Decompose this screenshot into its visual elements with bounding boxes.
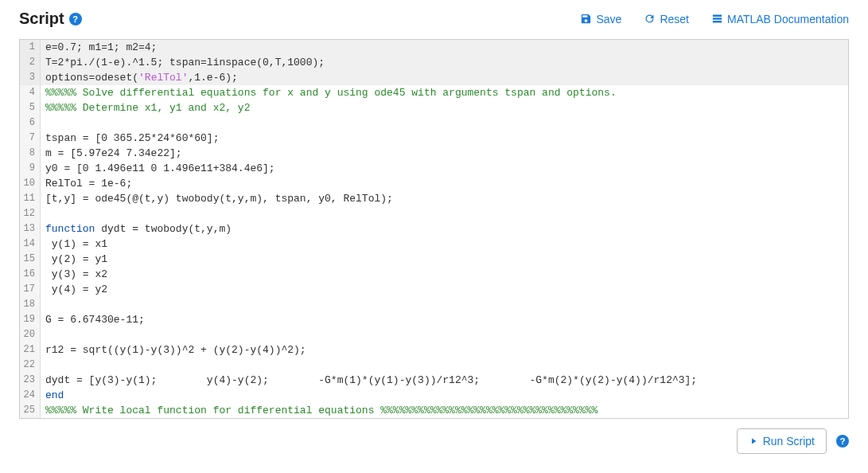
- code-line[interactable]: 22: [20, 358, 848, 373]
- code-line[interactable]: 24end: [20, 388, 848, 403]
- line-number: 6: [20, 115, 41, 131]
- code-content[interactable]: [t,y] = ode45(@(t,y) twobody(t,y,m), tsp…: [41, 191, 848, 206]
- code-line[interactable]: 10RelTol = 1e-6;: [20, 176, 848, 191]
- line-number: 8: [20, 146, 41, 161]
- code-line[interactable]: 21r12 = sqrt((y(1)-y(3))^2 + (y(2)-y(4))…: [20, 342, 848, 358]
- header-left: Script ?: [19, 10, 82, 28]
- code-content[interactable]: options=odeset('RelTol',1.e-6);: [41, 70, 848, 85]
- save-icon: [580, 13, 592, 25]
- code-editor[interactable]: 1e=0.7; m1=1; m2=4;2T=2*pi./(1-e).^1.5; …: [19, 39, 849, 419]
- code-content[interactable]: function dydt = twobody(t,y,m): [41, 221, 848, 236]
- code-content[interactable]: [41, 297, 848, 312]
- line-number: 4: [20, 85, 41, 100]
- reset-icon: [644, 13, 656, 25]
- header: Script ? Save Reset MATLAB Documentation: [19, 10, 849, 28]
- line-number: 23: [20, 373, 41, 388]
- code-line[interactable]: 6: [20, 115, 848, 131]
- code-line[interactable]: 11[t,y] = ode45(@(t,y) twobody(t,y,m), t…: [20, 191, 848, 206]
- run-script-button[interactable]: Run Script: [737, 428, 827, 454]
- code-content[interactable]: %%%%% Write local function for different…: [41, 403, 848, 418]
- line-number: 2: [20, 55, 41, 70]
- code-line[interactable]: 3options=odeset('RelTol',1.e-6);: [20, 70, 848, 85]
- line-number: 18: [20, 297, 41, 312]
- reset-button[interactable]: Reset: [644, 13, 689, 25]
- header-right: Save Reset MATLAB Documentation: [580, 13, 849, 25]
- code-line[interactable]: 9y0 = [0 1.496e11 0 1.496e11+384.4e6];: [20, 161, 848, 176]
- page-title: Script: [19, 10, 64, 28]
- docs-label: MATLAB Documentation: [727, 13, 849, 25]
- line-number: 3: [20, 70, 41, 85]
- code-line[interactable]: 17 y(4) = y2: [20, 282, 848, 297]
- line-number: 16: [20, 267, 41, 282]
- code-content[interactable]: [41, 327, 848, 342]
- run-label: Run Script: [763, 435, 815, 448]
- code-content[interactable]: %%%%% Solve differential equations for x…: [41, 85, 848, 100]
- line-number: 20: [20, 327, 41, 342]
- code-content[interactable]: RelTol = 1e-6;: [41, 176, 848, 191]
- code-line[interactable]: 18: [20, 297, 848, 312]
- line-number: 7: [20, 131, 41, 146]
- line-number: 22: [20, 358, 41, 373]
- line-number: 17: [20, 282, 41, 297]
- help-icon[interactable]: ?: [69, 13, 82, 25]
- code-content[interactable]: y(2) = y1: [41, 252, 848, 267]
- code-content[interactable]: y0 = [0 1.496e11 0 1.496e11+384.4e6];: [41, 161, 848, 176]
- footer: Run Script ?: [19, 428, 849, 454]
- line-number: 15: [20, 252, 41, 267]
- code-content[interactable]: y(4) = y2: [41, 282, 848, 297]
- docs-link[interactable]: MATLAB Documentation: [711, 13, 849, 25]
- code-content[interactable]: m = [5.97e24 7.34e22];: [41, 146, 848, 161]
- line-number: 12: [20, 206, 41, 221]
- code-line[interactable]: 13function dydt = twobody(t,y,m): [20, 221, 848, 236]
- code-content[interactable]: tspan = [0 365.25*24*60*60];: [41, 131, 848, 146]
- code-content[interactable]: end: [41, 388, 848, 403]
- code-content[interactable]: %%%%% Determine x1, y1 and x2, y2: [41, 100, 848, 115]
- line-number: 21: [20, 342, 41, 358]
- play-icon: [749, 436, 758, 446]
- code-content[interactable]: dydt = [y(3)-y(1); y(4)-y(2); -G*m(1)*(y…: [41, 373, 848, 388]
- code-content[interactable]: T=2*pi./(1-e).^1.5; tspan=linspace(0,T,1…: [41, 55, 848, 70]
- code-line[interactable]: 1e=0.7; m1=1; m2=4;: [20, 40, 848, 55]
- line-number: 9: [20, 161, 41, 176]
- code-line[interactable]: 15 y(2) = y1: [20, 252, 848, 267]
- code-content[interactable]: [41, 358, 848, 373]
- code-line[interactable]: 19G = 6.67430e-11;: [20, 312, 848, 327]
- line-number: 10: [20, 176, 41, 191]
- line-number: 19: [20, 312, 41, 327]
- code-line[interactable]: 4%%%%% Solve differential equations for …: [20, 85, 848, 100]
- line-number: 11: [20, 191, 41, 206]
- code-line[interactable]: 12: [20, 206, 848, 221]
- code-content[interactable]: G = 6.67430e-11;: [41, 312, 848, 327]
- line-number: 24: [20, 388, 41, 403]
- code-line[interactable]: 7tspan = [0 365.25*24*60*60];: [20, 131, 848, 146]
- code-content[interactable]: y(1) = x1: [41, 236, 848, 252]
- code-line[interactable]: 14 y(1) = x1: [20, 236, 848, 252]
- code-line[interactable]: 25%%%%% Write local function for differe…: [20, 403, 848, 418]
- line-number: 5: [20, 100, 41, 115]
- line-number: 1: [20, 40, 41, 55]
- code-content[interactable]: [41, 206, 848, 221]
- code-line[interactable]: 16 y(3) = x2: [20, 267, 848, 282]
- save-label: Save: [596, 13, 621, 25]
- code-content[interactable]: [41, 115, 848, 131]
- code-content[interactable]: y(3) = x2: [41, 267, 848, 282]
- code-line[interactable]: 5%%%%% Determine x1, y1 and x2, y2: [20, 100, 848, 115]
- reset-label: Reset: [660, 13, 689, 25]
- help-icon[interactable]: ?: [836, 435, 849, 448]
- code-content[interactable]: e=0.7; m1=1; m2=4;: [41, 40, 848, 55]
- code-line[interactable]: 23dydt = [y(3)-y(1); y(4)-y(2); -G*m(1)*…: [20, 373, 848, 388]
- save-button[interactable]: Save: [580, 13, 621, 25]
- line-number: 13: [20, 221, 41, 236]
- code-content[interactable]: r12 = sqrt((y(1)-y(3))^2 + (y(2)-y(4))^2…: [41, 342, 848, 358]
- code-line[interactable]: 8m = [5.97e24 7.34e22];: [20, 146, 848, 161]
- code-line[interactable]: 2T=2*pi./(1-e).^1.5; tspan=linspace(0,T,…: [20, 55, 848, 70]
- line-number: 14: [20, 236, 41, 252]
- line-number: 25: [20, 403, 41, 418]
- docs-icon: [711, 13, 723, 25]
- code-line[interactable]: 20: [20, 327, 848, 342]
